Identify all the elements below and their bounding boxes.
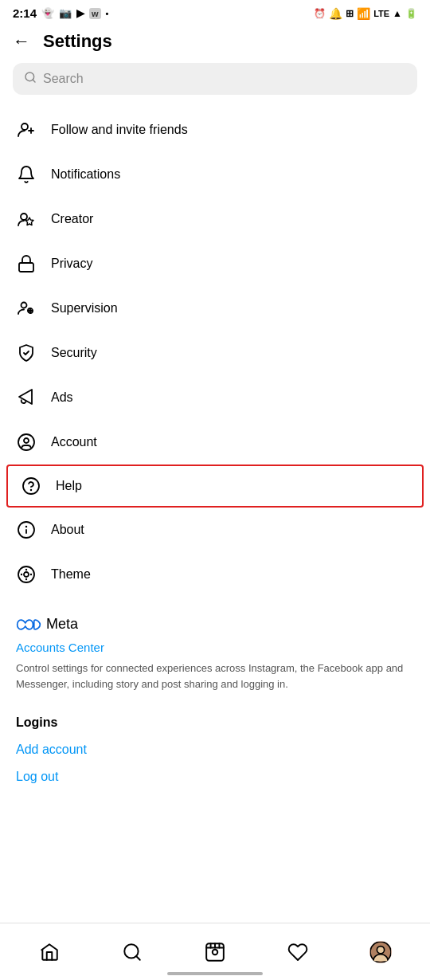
nav-profile[interactable] [360,931,401,973]
theme-label: Theme [51,567,91,582]
theme-icon [16,564,37,585]
supervision-label: Supervision [51,301,118,316]
meta-logo: Meta [16,616,414,633]
avatar-img [370,942,391,962]
meta-logo-svg [16,617,41,633]
svg-rect-7 [19,263,33,272]
instagram-status-icon: 📷 [59,7,72,19]
log-out-link[interactable]: Log out [16,770,414,784]
home-icon [39,942,60,962]
wifi-icon: 📶 [357,7,370,20]
ads-label: Ads [51,390,73,405]
search-placeholder: Search [43,72,84,86]
lock-icon [16,253,37,274]
settings-list: Follow and invite friends Notifications … [0,104,430,600]
person-add-icon [16,120,37,140]
meta-description: Control settings for connected experienc… [16,661,414,692]
svg-point-18 [24,572,29,577]
settings-item-theme[interactable]: Theme [0,552,430,597]
settings-item-supervision[interactable]: Supervision [0,286,430,331]
svg-point-5 [21,214,27,220]
volume-icon: 🔔 [329,7,342,20]
security-label: Security [51,346,97,360]
status-bar: 2:14 👻 📷 ▶ w • ⏰ 🔔 ⊞ 📶 LTE ▲ 🔋 [0,0,430,23]
svg-point-12 [23,478,39,494]
megaphone-icon [16,387,37,408]
status-left: 2:14 👻 📷 ▶ w • [13,6,108,20]
svg-point-21 [25,569,27,570]
nav-home[interactable] [29,931,70,973]
privacy-label: Privacy [51,257,92,271]
page-title: Settings [43,31,112,52]
bell-icon [16,164,37,185]
extra-icon: w [89,8,101,19]
cast-icon: ⊞ [346,8,354,19]
account-icon [16,432,37,453]
snapchat-icon: 👻 [41,7,54,19]
settings-item-notifications[interactable]: Notifications [0,152,430,197]
reels-icon [205,942,225,962]
svg-point-32 [377,946,384,953]
notifications-label: Notifications [51,167,120,182]
battery-icon: 🔋 [405,8,417,19]
nav-heart[interactable] [277,931,319,973]
heart-icon [287,942,308,962]
svg-point-8 [22,303,27,308]
svg-line-1 [33,80,35,82]
svg-point-19 [21,574,22,575]
meta-logo-text: Meta [46,616,78,633]
svg-point-22 [25,578,27,580]
search-bar[interactable]: Search [13,63,417,95]
status-right: ⏰ 🔔 ⊞ 📶 LTE ▲ 🔋 [314,7,417,20]
alarm-icon: ⏰ [314,8,326,19]
settings-item-follow-invite[interactable]: Follow and invite friends [0,108,430,152]
lte-label: LTE [373,9,389,18]
svg-line-24 [136,956,140,960]
search-nav-icon [122,942,143,962]
help-label: Help [56,479,82,493]
settings-item-creator[interactable]: Creator [0,197,430,241]
help-circle-icon [21,476,41,496]
shield-icon [16,343,37,363]
search-icon [24,71,37,87]
signal-icon: ▲ [393,8,402,19]
back-button[interactable]: ← [13,33,30,50]
logins-title: Logins [16,715,414,730]
header: ← Settings [0,23,430,60]
dot-icon: • [106,9,109,18]
follow-invite-label: Follow and invite friends [51,123,188,137]
avatar [369,941,392,963]
nav-search[interactable] [111,931,153,973]
svg-point-2 [22,123,28,130]
settings-item-ads[interactable]: Ads [0,375,430,420]
nav-reels[interactable] [194,931,236,973]
supervision-icon [16,298,37,319]
creator-label: Creator [51,212,93,226]
accounts-center-link[interactable]: Accounts Center [16,641,414,654]
add-account-link[interactable]: Add account [16,743,414,757]
status-time: 2:14 [13,6,37,20]
svg-point-11 [24,438,29,443]
youtube-icon: ▶ [76,7,84,19]
home-indicator [167,972,263,975]
svg-point-26 [213,949,218,955]
settings-item-about[interactable]: About [0,508,430,552]
settings-item-help[interactable]: Help [6,465,424,508]
svg-point-10 [18,434,34,450]
settings-item-privacy[interactable]: Privacy [0,241,430,286]
about-label: About [51,523,84,537]
logins-section: Logins Add account Log out [0,700,430,805]
settings-item-security[interactable]: Security [0,331,430,375]
settings-item-account[interactable]: Account [0,420,430,465]
svg-point-20 [30,574,32,575]
account-label: Account [51,435,97,449]
info-icon [16,519,37,540]
meta-section: Meta Accounts Center Control settings fo… [0,600,430,700]
creator-icon [16,209,37,229]
